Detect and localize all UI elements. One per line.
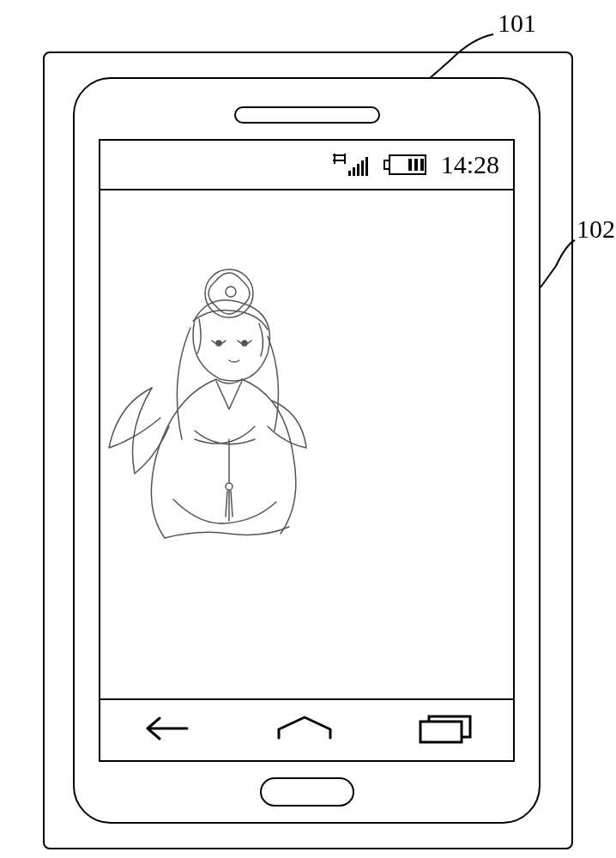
svg-rect-2 (357, 164, 359, 176)
hardware-home-button[interactable] (260, 777, 354, 807)
home-icon[interactable] (270, 712, 339, 748)
signal-icon (331, 152, 369, 178)
nav-bar (100, 698, 513, 760)
figure-canvas: 101 102 (0, 0, 616, 858)
recent-icon[interactable] (412, 711, 477, 749)
svg-rect-3 (361, 160, 364, 176)
svg-rect-8 (414, 159, 418, 171)
svg-rect-5 (390, 155, 426, 174)
svg-rect-0 (348, 171, 351, 176)
svg-point-13 (242, 341, 247, 346)
phone-speaker (234, 106, 380, 124)
svg-rect-9 (420, 159, 424, 171)
svg-rect-6 (384, 160, 390, 169)
svg-rect-7 (408, 159, 412, 171)
status-bar: 14:28 (100, 141, 513, 190)
phone-screen: 14:28 (99, 139, 515, 762)
callout-102: 102 (577, 214, 615, 244)
svg-rect-4 (365, 157, 368, 176)
status-time: 14:28 (441, 150, 499, 179)
phone-body: 14:28 (73, 77, 541, 824)
svg-point-11 (226, 287, 236, 297)
battery-icon (381, 152, 429, 178)
svg-rect-15 (420, 722, 462, 742)
back-icon[interactable] (137, 712, 197, 748)
callout-101: 101 (498, 9, 536, 38)
screen-content[interactable] (100, 190, 513, 698)
svg-point-12 (216, 341, 221, 346)
svg-rect-1 (353, 167, 355, 176)
svg-point-14 (226, 483, 233, 490)
character-illustration (100, 259, 323, 542)
